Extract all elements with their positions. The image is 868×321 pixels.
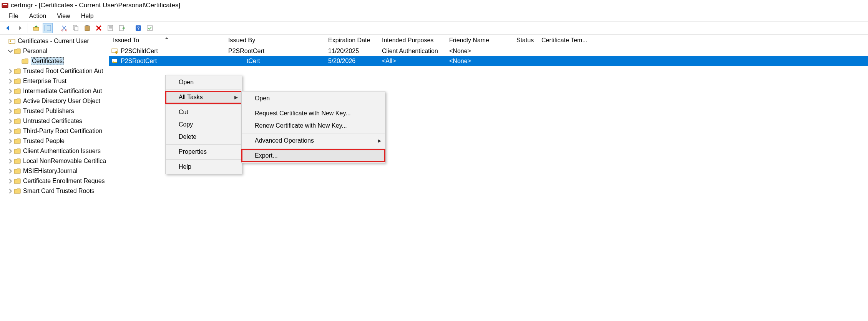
chevron-right-icon[interactable]	[8, 128, 13, 134]
tree-personal[interactable]: Personal	[0, 46, 109, 56]
tree-enrollment[interactable]: Certificate Enrollment Reques	[0, 176, 109, 186]
folder-icon	[22, 58, 28, 65]
tree-label: Client Authentication Issuers	[23, 148, 101, 155]
tree-ad-user[interactable]: Active Directory User Object	[0, 96, 109, 106]
menu-separator	[242, 106, 385, 106]
chevron-right-icon[interactable]	[8, 78, 13, 84]
folder-icon	[14, 178, 21, 185]
cell-intended: Client Authentication	[378, 48, 445, 55]
folder-icon	[14, 48, 21, 55]
ctx-all-tasks[interactable]: All Tasks ▶	[166, 91, 242, 103]
folder-icon	[14, 68, 21, 75]
tree-enterprise[interactable]: Enterprise Trust	[0, 76, 109, 86]
folder-icon	[14, 128, 21, 135]
tree-trusted-root[interactable]: Trusted Root Certification Aut	[0, 66, 109, 76]
column-issued-to[interactable]: Issued To	[109, 37, 224, 44]
toolbar-extra-button[interactable]	[145, 23, 155, 33]
cert-root-icon	[8, 38, 15, 45]
ctx-cut[interactable]: Cut	[166, 106, 242, 118]
toolbar-show-hide-tree-button[interactable]	[43, 23, 53, 33]
folder-icon	[14, 138, 21, 145]
cell-friendly: <None>	[445, 48, 513, 55]
column-template[interactable]: Certificate Tem...	[538, 37, 607, 44]
ctx-open[interactable]: Open	[166, 76, 242, 88]
chevron-right-icon: ▶	[378, 138, 381, 143]
tree-label: MSIEHistoryJournal	[23, 168, 77, 175]
ctx-sub-request-new-key[interactable]: Request Certificate with New Key...	[242, 107, 385, 120]
chevron-right-icon[interactable]	[8, 138, 13, 144]
tree-nonremovable[interactable]: Local NonRemovable Certifica	[0, 156, 109, 166]
tree-untrusted[interactable]: Untrusted Certificates	[0, 116, 109, 126]
toolbar-delete-button[interactable]	[94, 23, 104, 33]
toolbar-copy-button[interactable]	[71, 23, 81, 33]
ctx-properties[interactable]: Properties	[166, 146, 242, 158]
table-row[interactable]: P2SChildCert P2SRootCert 11/20/2025 Clie…	[109, 46, 868, 56]
chevron-right-icon[interactable]	[8, 158, 13, 164]
ctx-sub-renew-new-key[interactable]: Renew Certificate with New Key...	[242, 120, 385, 132]
menu-help[interactable]: Help	[76, 12, 99, 20]
tree-intermediate[interactable]: Intermediate Certification Aut	[0, 86, 109, 96]
chevron-right-icon[interactable]	[8, 108, 13, 114]
column-status[interactable]: Status	[513, 37, 538, 44]
toolbar-paste-button[interactable]	[82, 23, 92, 33]
toolbar-forward-button[interactable]	[15, 23, 25, 33]
table-row[interactable]: P2SRootCert tCert 5/20/2026 <All> <None>	[109, 56, 868, 66]
ctx-sub-open[interactable]: Open	[242, 92, 385, 105]
column-intended[interactable]: Intended Purposes	[378, 37, 445, 44]
toolbar-properties-button[interactable]	[105, 23, 115, 33]
cell-intended: <All>	[378, 58, 445, 65]
chevron-right-icon[interactable]	[8, 178, 13, 184]
ctx-copy[interactable]: Copy	[166, 118, 242, 131]
tree-root[interactable]: Certificates - Current User	[0, 36, 109, 46]
svg-rect-25	[114, 62, 117, 63]
chevron-right-icon[interactable]	[8, 148, 13, 154]
column-issued-by[interactable]: Issued By	[224, 37, 324, 44]
chevron-right-icon[interactable]	[8, 168, 13, 174]
chevron-down-icon[interactable]	[8, 48, 13, 54]
toolbar-separator	[130, 23, 130, 33]
ctx-delete[interactable]: Delete	[166, 131, 242, 143]
column-expiration[interactable]: Expiration Date	[324, 37, 378, 44]
toolbar-back-button[interactable]	[3, 23, 13, 33]
ctx-help[interactable]: Help	[166, 161, 242, 173]
tree-trusted-people[interactable]: Trusted People	[0, 136, 109, 146]
folder-icon	[14, 88, 21, 95]
ctx-sub-advanced[interactable]: Advanced Operations ▶	[242, 135, 385, 147]
tree-label: Trusted Publishers	[23, 108, 74, 115]
tree-label: Local NonRemovable Certifica	[23, 158, 106, 165]
toolbar-help-button[interactable]: ?	[133, 23, 143, 33]
tree-certificates[interactable]: Certificates	[0, 56, 109, 66]
menu-view[interactable]: View	[51, 12, 75, 20]
cell-friendly: <None>	[445, 58, 513, 65]
ctx-sub-export[interactable]: Export...	[242, 150, 385, 162]
tree-label: Active Directory User Object	[23, 98, 100, 105]
chevron-right-icon[interactable]	[8, 188, 13, 194]
tree-thirdparty[interactable]: Third-Party Root Certification	[0, 126, 109, 136]
menu-file[interactable]: File	[3, 12, 24, 20]
tree-msie[interactable]: MSIEHistoryJournal	[0, 166, 109, 176]
tree-label: Personal	[23, 48, 47, 55]
blank-expander	[2, 38, 8, 44]
chevron-right-icon[interactable]	[8, 68, 13, 74]
chevron-right-icon[interactable]	[8, 88, 13, 94]
tree-label: Smart Card Trusted Roots	[23, 188, 95, 195]
tree-smartcard[interactable]: Smart Card Trusted Roots	[0, 186, 109, 196]
tree-label: Enterprise Trust	[23, 78, 66, 85]
toolbar-separator	[28, 23, 28, 33]
toolbar-export-button[interactable]	[117, 23, 127, 33]
menu-separator	[242, 133, 385, 133]
chevron-right-icon[interactable]	[8, 118, 13, 124]
chevron-right-icon[interactable]	[8, 98, 13, 104]
tree-trusted-publishers[interactable]: Trusted Publishers	[0, 106, 109, 116]
menu-separator	[166, 159, 241, 160]
menu-separator	[166, 144, 241, 145]
cell-expiration: 11/20/2025	[324, 48, 378, 55]
toolbar-up-button[interactable]	[31, 23, 41, 33]
toolbar-cut-button[interactable]	[59, 23, 69, 33]
menu-action[interactable]: Action	[24, 12, 51, 20]
folder-icon	[14, 188, 21, 195]
svg-rect-1	[3, 4, 7, 5]
tree-client-auth[interactable]: Client Authentication Issuers	[0, 146, 109, 156]
column-friendly[interactable]: Friendly Name	[445, 37, 513, 44]
certificate-key-icon	[111, 58, 118, 65]
